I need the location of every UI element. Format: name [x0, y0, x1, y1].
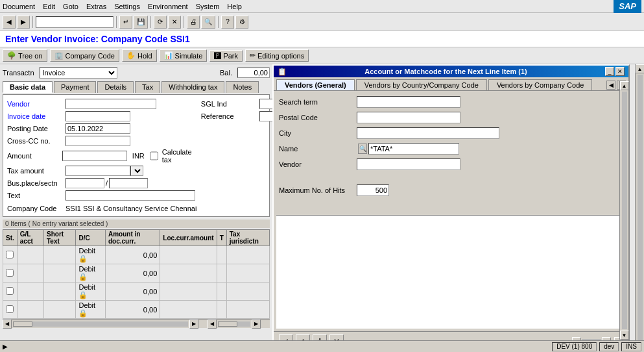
row1-tax[interactable] — [226, 246, 269, 264]
row1-checkbox[interactable] — [6, 251, 14, 258]
dialog-tab-nav-left[interactable]: ◀ — [606, 81, 615, 90]
hscroll-left-btn[interactable]: ◀ — [3, 320, 12, 329]
print-button[interactable]: 🖨 — [187, 16, 200, 29]
invoice-date-input[interactable] — [66, 111, 130, 121]
menu-help[interactable]: Help — [227, 3, 242, 10]
hscroll-left2-btn[interactable]: ◀ — [208, 320, 217, 329]
name-matchcode-btn[interactable]: 🔍 — [358, 144, 367, 154]
tab-details[interactable]: Details — [97, 81, 134, 93]
hold-button[interactable]: ✋ Hold — [122, 49, 157, 62]
city-input[interactable] — [357, 127, 499, 139]
search-term-input[interactable] — [357, 96, 460, 108]
vendor-dialog-input[interactable] — [357, 158, 460, 170]
back-button[interactable]: ◀ — [3, 16, 16, 29]
menu-bar[interactable]: Document Edit Goto Extras Settings Envir… — [3, 3, 242, 10]
tab-notes[interactable]: Notes — [226, 81, 259, 93]
forward-button[interactable]: ▶ — [17, 16, 30, 29]
status-left: ▶ — [3, 343, 8, 350]
menu-settings[interactable]: Settings — [114, 3, 140, 10]
row4-tax[interactable] — [226, 301, 269, 319]
dialog-tab-general[interactable]: Vendors (General) — [276, 79, 355, 90]
left-panel: Transactn Invoice Bal. Basic data Paymen… — [0, 64, 272, 352]
modal-title-buttons: _ ✕ — [605, 67, 625, 76]
row2-tax[interactable] — [226, 264, 269, 283]
tree-on-button[interactable]: 🌳 Tree on — [3, 49, 47, 62]
command-input[interactable] — [36, 16, 113, 28]
settings-button[interactable]: ⚙ — [235, 16, 248, 29]
transact-select[interactable]: Invoice — [40, 67, 117, 79]
hscroll-thumb[interactable] — [13, 321, 32, 327]
row3-gl[interactable] — [17, 283, 43, 301]
simulate-button[interactable]: 📊 Simulate — [160, 49, 208, 62]
hscroll-thumb2[interactable] — [218, 321, 237, 327]
name-input[interactable] — [368, 143, 459, 155]
row2-checkbox[interactable] — [6, 269, 14, 277]
menu-goto[interactable]: Goto — [63, 3, 78, 10]
editing-options-button[interactable]: ✏ Editing options — [245, 49, 309, 62]
row4-short[interactable] — [44, 301, 76, 319]
stop-button[interactable]: ✕ — [168, 16, 181, 29]
scroll-up-btn[interactable]: ▲ — [620, 81, 629, 90]
company-code-button[interactable]: 🏢 Company Code — [50, 49, 119, 62]
bus-place-input[interactable] — [66, 178, 104, 188]
tax-amount-input[interactable] — [66, 166, 130, 176]
search-term-label: Search term — [279, 98, 357, 106]
main-scroll-up[interactable]: ▲ — [636, 64, 645, 73]
row1-short[interactable] — [44, 246, 76, 264]
scroll-track[interactable] — [622, 92, 627, 329]
hscroll-track2[interactable] — [218, 321, 250, 327]
dialog-tab-company[interactable]: Vendors by Company Code — [488, 79, 593, 90]
hscroll-track[interactable] — [13, 321, 188, 327]
amount-input[interactable] — [62, 151, 127, 161]
tab-basic-data[interactable]: Basic data — [3, 81, 53, 93]
menu-system[interactable]: System — [196, 3, 220, 10]
modal-minimize-btn[interactable]: _ — [605, 67, 614, 76]
row4-checkbox[interactable] — [6, 305, 14, 313]
help-button[interactable]: ? — [221, 16, 234, 29]
menu-environment[interactable]: Environment — [148, 3, 188, 10]
menu-extras[interactable]: Extras — [86, 3, 106, 10]
hscroll-right-btn[interactable]: ▶ — [189, 320, 198, 329]
row2-t[interactable] — [217, 264, 226, 283]
park-button[interactable]: 🅿 Park — [209, 50, 243, 62]
row4-gl[interactable] — [17, 301, 43, 319]
row1-gl[interactable] — [17, 246, 43, 264]
currency-row: INR Calculate tax — [62, 148, 196, 164]
refresh-button[interactable]: ⟳ — [154, 16, 167, 29]
hscroll-right2-btn[interactable]: ▶ — [252, 320, 261, 329]
page-title: Enter Vendor Invoice: Company Code SSI1 — [5, 34, 639, 44]
row3-checkbox[interactable] — [6, 287, 14, 295]
col-loc-amount: Loc.curr.amount — [160, 230, 217, 246]
postal-code-input[interactable] — [357, 112, 460, 123]
tab-withholding[interactable]: Withholding tax — [161, 81, 224, 93]
tax-dropdown[interactable] — [130, 166, 143, 176]
tab-tax[interactable]: Tax — [135, 81, 160, 93]
bus-sectn-input[interactable] — [109, 178, 148, 188]
max-hits-input[interactable] — [357, 184, 389, 196]
scroll-down-btn[interactable]: ▼ — [620, 331, 629, 340]
max-hits-label: Maximum No. of Hits — [279, 186, 357, 194]
main-scroll-track[interactable] — [638, 75, 643, 347]
row3-short[interactable] — [44, 283, 76, 301]
menu-document[interactable]: Document — [3, 3, 35, 10]
save-button[interactable]: 💾 — [134, 16, 148, 29]
row3-t[interactable] — [217, 283, 226, 301]
text-input[interactable] — [66, 190, 195, 201]
modal-close-btn[interactable]: ✕ — [615, 67, 625, 76]
calculate-tax-checkbox[interactable] — [150, 151, 158, 160]
row1-t[interactable] — [217, 246, 226, 264]
posting-date-input[interactable] — [66, 123, 130, 134]
bal-input[interactable] — [237, 68, 270, 78]
row2-gl[interactable] — [17, 264, 43, 283]
vendor-input[interactable] — [66, 99, 156, 109]
action-toolbar: 🌳 Tree on 🏢 Company Code ✋ Hold 📊 Simula… — [0, 47, 644, 64]
menu-edit[interactable]: Edit — [43, 3, 55, 10]
row2-short[interactable] — [44, 264, 76, 283]
dialog-tab-country[interactable]: Vendors by Country/Company Code — [356, 79, 487, 90]
tab-payment[interactable]: Payment — [54, 81, 96, 93]
find-button[interactable]: 🔍 — [201, 16, 215, 29]
cross-cc-input[interactable] — [66, 136, 130, 146]
row4-t[interactable] — [217, 301, 226, 319]
row3-tax[interactable] — [226, 283, 269, 301]
enter-button[interactable]: ↵ — [119, 16, 132, 29]
